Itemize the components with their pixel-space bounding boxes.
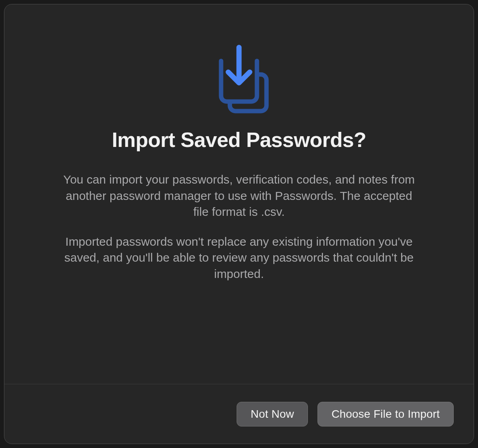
dialog-paragraph-2: Imported passwords won't replace any exi… <box>60 234 418 282</box>
dialog-content: Import Saved Passwords? You can import y… <box>4 4 474 384</box>
choose-file-button[interactable]: Choose File to Import <box>317 402 454 426</box>
import-passwords-dialog: Import Saved Passwords? You can import y… <box>4 4 474 444</box>
import-download-icon <box>205 44 273 116</box>
dialog-title: Import Saved Passwords? <box>112 128 366 152</box>
dialog-footer: Not Now Choose File to Import <box>4 384 474 444</box>
dialog-paragraph-1: You can import your passwords, verificat… <box>60 172 418 220</box>
not-now-button[interactable]: Not Now <box>237 402 308 426</box>
